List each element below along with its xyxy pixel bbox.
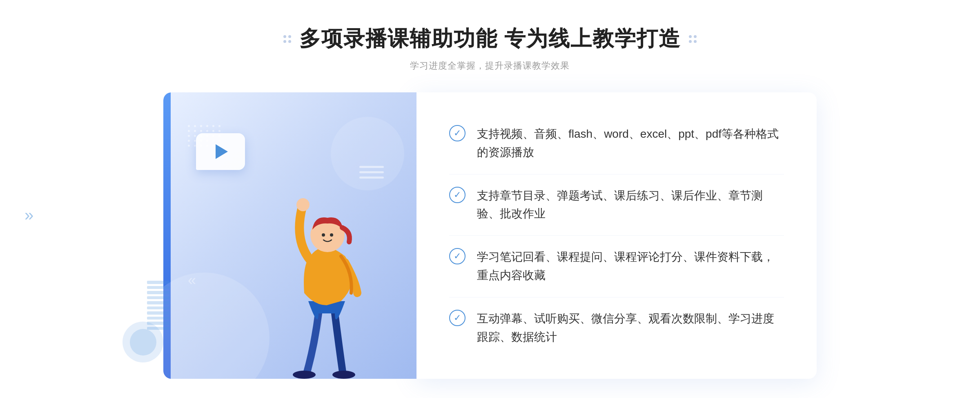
header-section: 多项录播课辅助功能 专为线上教学打造 学习进度全掌握，提升录播课教学效果 [283, 25, 697, 72]
check-icon-3: ✓ [454, 251, 461, 262]
check-icon-4: ✓ [454, 313, 461, 323]
check-icon-1: ✓ [454, 128, 461, 139]
feature-text-1: 支持视频、音频、flash、word、excel、ppt、pdf等各种格式的资源… [477, 125, 784, 162]
feature-item-2: ✓ 支持章节目录、弹题考试、课后练习、课后作业、章节测验、批改作业 [449, 174, 784, 236]
svg-point-4 [322, 233, 325, 237]
page-container: » 多项录播课辅助功能 专为线上教学打造 [0, 0, 980, 398]
title-row: 多项录播课辅助功能 专为线上教学打造 [283, 25, 697, 53]
feature-item-4: ✓ 互动弹幕、试听购买、微信分享、观看次数限制、学习进度跟踪、数据统计 [449, 297, 784, 359]
check-circle-1: ✓ [449, 125, 466, 141]
feature-item-1: ✓ 支持视频、音频、flash、word、excel、ppt、pdf等各种格式的… [449, 113, 784, 174]
deco-rect [147, 281, 169, 330]
title-deco-right [689, 35, 697, 43]
feature-text-4: 互动弹幕、试听购买、微信分享、观看次数限制、学习进度跟踪、数据统计 [477, 310, 784, 347]
check-circle-3: ✓ [449, 248, 466, 264]
play-bubble [196, 133, 245, 170]
check-icon-2: ✓ [454, 190, 461, 200]
human-figure [278, 174, 392, 379]
svg-point-1 [332, 371, 355, 379]
content-area: « [163, 92, 817, 379]
illus-circle-1 [163, 273, 270, 379]
features-panel: ✓ 支持视频、音频、flash、word、excel、ppt、pdf等各种格式的… [416, 92, 817, 379]
title-deco-left [283, 35, 291, 43]
check-circle-2: ✓ [449, 187, 466, 203]
chevron-left-deco: » [24, 206, 33, 224]
main-title: 多项录播课辅助功能 专为线上教学打造 [299, 25, 681, 53]
feature-text-3: 学习笔记回看、课程提问、课程评论打分、课件资料下载，重点内容收藏 [477, 248, 784, 285]
svg-point-0 [293, 371, 316, 379]
sub-title: 学习进度全掌握，提升录播课教学效果 [283, 60, 697, 72]
svg-point-2 [296, 198, 310, 211]
check-circle-4: ✓ [449, 310, 466, 326]
illus-chevrons: « [188, 272, 193, 289]
feature-item-3: ✓ 学习笔记回看、课程提问、课程评论打分、课件资料下载，重点内容收藏 [449, 236, 784, 297]
svg-point-5 [330, 233, 333, 237]
illustration-panel: « [163, 92, 416, 379]
play-icon [216, 144, 228, 159]
feature-text-2: 支持章节目录、弹题考试、课后练习、课后作业、章节测验、批改作业 [477, 187, 784, 224]
